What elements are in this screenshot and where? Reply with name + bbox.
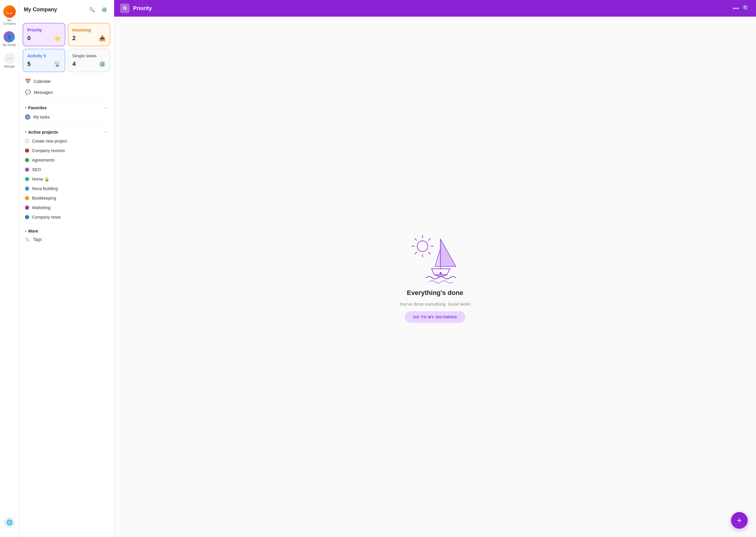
company-name-label: My Company [2, 19, 17, 25]
create-new-project[interactable]: + Create new project [22, 136, 110, 146]
active-projects-section-header: ▾ Active projects ··· [22, 126, 110, 136]
company-avatar: 🦊 [3, 5, 16, 18]
main-content: N Priority ••• 🔍 [114, 0, 756, 537]
topbar: N Priority ••• 🔍 [114, 0, 756, 17]
project-seo[interactable]: SEO [22, 165, 110, 174]
company-avatar-item[interactable]: 🦊 My Company [0, 4, 19, 27]
calendar-label: Calendar [34, 79, 51, 84]
project-home[interactable]: Home 🔒 [22, 174, 110, 184]
topbar-more-button[interactable]: ••• [733, 5, 739, 12]
project-label-marketing: Marketing [32, 205, 50, 210]
my-nozbe-item[interactable]: 👤 My Nozbe [1, 29, 18, 48]
manage-item[interactable]: ⋯ Manage [2, 51, 17, 70]
project-label-bookkeeping: Bookkeeping [32, 196, 56, 200]
messages-icon: 💬 [25, 89, 31, 95]
tile-activity-bottom: 5 📡 [27, 61, 61, 67]
project-marketing[interactable]: Marketing [22, 203, 110, 212]
topbar-title: Priority [133, 5, 729, 12]
active-projects-more-button[interactable]: ··· [104, 129, 108, 135]
nav-calendar[interactable]: 📅 Calendar [22, 76, 110, 87]
tags-label: Tags [33, 237, 42, 242]
tile-incoming[interactable]: Incoming 2 📥 [68, 23, 111, 46]
messages-label: Messages [34, 90, 53, 95]
nav-messages[interactable]: 💬 Messages [22, 87, 110, 98]
sidebar: My Company 🔍 ⚙️ Priority 0 ⭐ Incoming 2 … [19, 0, 114, 537]
active-projects-title: Active projects [28, 130, 58, 135]
project-company-reunion[interactable]: Company reunion [22, 146, 110, 155]
favorites-header-left[interactable]: ▾ Favorites [25, 105, 47, 110]
project-dot-company-news [25, 215, 29, 219]
globe-icon: 🌐 [4, 517, 15, 528]
svg-line-5 [415, 238, 417, 240]
globe-icon-item[interactable]: 🌐 [2, 515, 17, 530]
divider-3 [25, 224, 108, 224]
project-dot-marketing [25, 206, 29, 210]
project-dot-seo [25, 168, 29, 172]
favorites-more-button[interactable]: ··· [104, 104, 108, 111]
favorites-title: Favorites [28, 105, 47, 110]
tile-single-bottom: 4 ⚙️ [72, 61, 106, 67]
project-agreements[interactable]: Agreements [22, 155, 110, 165]
svg-point-10 [439, 272, 442, 274]
divider-1 [25, 100, 108, 100]
tile-priority-count: 0 [27, 35, 31, 42]
topbar-logo-text: N [123, 6, 127, 11]
more-header-left[interactable]: ▾ More [25, 229, 38, 233]
project-label-company-reunion: Company reunion [32, 148, 65, 153]
more-chevron: ▾ [25, 229, 26, 233]
project-nova-building[interactable]: Nova Building [22, 184, 110, 193]
tags-icon: 🏷️ [25, 237, 30, 242]
active-projects-header-left[interactable]: ▾ Active projects [25, 130, 58, 135]
go-to-incoming-button[interactable]: GO TO MY INCOMING [405, 311, 466, 323]
tile-priority-icon: ⭐ [54, 35, 61, 42]
create-project-icon: + [25, 139, 29, 143]
svg-line-8 [415, 252, 417, 254]
icon-bar: 🦊 My Company 👤 My Nozbe ⋯ Manage 🌐 [0, 0, 19, 537]
project-dot-agreements [25, 158, 29, 162]
project-label-home: Home 🔒 [32, 177, 49, 182]
tile-single-label: Single tasks [72, 54, 106, 58]
empty-state: Everything's done You've done everything… [114, 17, 756, 537]
tile-incoming-bottom: 2 📥 [72, 35, 106, 42]
topbar-logo: N [120, 4, 130, 13]
svg-line-7 [428, 238, 430, 240]
topbar-search-button[interactable]: 🔍 [743, 5, 750, 12]
more-section-header: ▾ More [22, 226, 110, 235]
tile-incoming-icon: 📥 [99, 35, 106, 42]
project-company-news[interactable]: Company news [22, 212, 110, 222]
search-button[interactable]: 🔍 [87, 5, 97, 14]
tile-incoming-label: Incoming [72, 28, 106, 32]
tile-incoming-count: 2 [72, 35, 76, 42]
favorites-my-tasks[interactable]: M My tasks [22, 112, 110, 122]
project-bookkeeping[interactable]: Bookkeeping [22, 193, 110, 203]
tile-priority[interactable]: Priority 0 ⭐ [22, 23, 66, 46]
manage-label: Manage [4, 65, 15, 68]
tile-activity-label: Activity 5 [27, 54, 61, 58]
empty-title: Everything's done [407, 289, 463, 297]
tile-activity-count: 5 [27, 61, 31, 67]
nav-tags[interactable]: 🏷️ Tags [22, 235, 110, 244]
fab-add-button[interactable]: + [731, 512, 748, 529]
project-dot-company-reunion [25, 148, 29, 153]
my-tasks-avatar: M [25, 114, 30, 120]
favorites-chevron: ▾ [25, 106, 26, 109]
project-dot-bookkeeping [25, 196, 29, 200]
tile-single-icon: ⚙️ [99, 61, 106, 67]
calendar-icon: 📅 [25, 78, 31, 84]
my-nozbe-label: My Nozbe [3, 43, 16, 47]
favorites-section-header: ▾ Favorites ··· [22, 102, 110, 112]
tile-priority-label: Priority [27, 28, 61, 32]
tile-activity[interactable]: Activity 5 5 📡 [22, 49, 66, 72]
project-dot-home [25, 177, 29, 181]
tile-activity-icon: 📡 [54, 61, 61, 67]
manage-icon: ⋯ [4, 53, 15, 64]
tile-single-count: 4 [72, 61, 76, 67]
sidebar-header: My Company 🔍 ⚙️ [19, 0, 114, 19]
project-label-seo: SEO [32, 167, 41, 172]
my-nozbe-avatar: 👤 [4, 31, 15, 42]
project-dot-nova-building [25, 186, 29, 191]
svg-point-0 [417, 241, 428, 252]
active-projects-chevron: ▾ [25, 130, 26, 134]
tile-single[interactable]: Single tasks 4 ⚙️ [68, 49, 111, 72]
settings-button[interactable]: ⚙️ [100, 5, 109, 14]
